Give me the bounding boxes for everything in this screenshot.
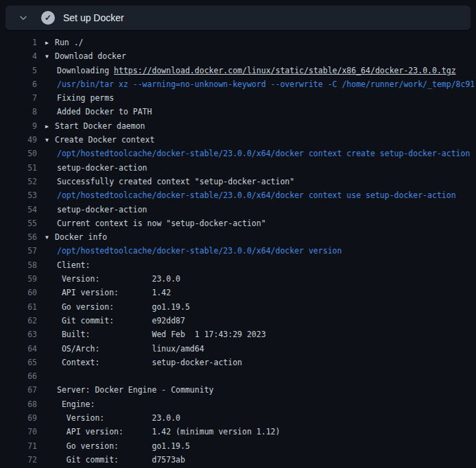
download-link[interactable]: https://download.docker.com/linux/static… bbox=[114, 66, 456, 75]
group-title: Docker info bbox=[55, 232, 107, 242]
log-line: 58Client: bbox=[0, 258, 476, 272]
log-line: 71 Go version: go1.19.5 bbox=[0, 439, 476, 453]
line-number[interactable]: 69 bbox=[0, 411, 37, 425]
log-line: 62 Git commit: e92dd87 bbox=[0, 314, 476, 328]
log-output: 1▶Run ./4▼Download docker5Downloading ht… bbox=[0, 30, 476, 467]
log-line[interactable]: 1▶Run ./ bbox=[0, 36, 476, 49]
log-line: 64 OS/Arch: linux/amd64 bbox=[0, 342, 476, 356]
line-number[interactable]: 57 bbox=[0, 244, 37, 258]
line-number[interactable]: 64 bbox=[0, 342, 37, 356]
line-number[interactable]: 70 bbox=[0, 425, 37, 439]
log-text: API version: 1.42 bbox=[37, 286, 171, 299]
line-number[interactable]: 52 bbox=[0, 175, 37, 188]
line-number[interactable]: 50 bbox=[0, 147, 37, 160]
log-text: Git commit: e92dd87 bbox=[37, 314, 185, 328]
line-number[interactable]: 9 bbox=[0, 119, 37, 133]
log-line: 67Server: Docker Engine - Community bbox=[0, 383, 476, 397]
command-text: /opt/hostedtoolcache/docker-stable/23.0.… bbox=[37, 147, 470, 160]
check-circle-icon: ✓ bbox=[41, 11, 55, 25]
line-number[interactable]: 71 bbox=[0, 439, 37, 453]
log-line: 52Successfully created context "setup-do… bbox=[0, 175, 476, 188]
log-text: Version: 23.0.0 bbox=[37, 411, 180, 425]
command-text: /usr/bin/tar xz --warning=no-unknown-key… bbox=[37, 77, 475, 91]
log-line: 61 Go version: go1.19.5 bbox=[0, 300, 476, 314]
line-number[interactable]: 4 bbox=[0, 49, 37, 63]
log-group-header[interactable]: ▼Download docker bbox=[37, 49, 126, 63]
line-number[interactable]: 66 bbox=[0, 369, 37, 383]
command-text: /opt/hostedtoolcache/docker-stable/23.0.… bbox=[37, 188, 456, 202]
log-line: 70 API version: 1.42 (minimum version 1.… bbox=[0, 425, 476, 439]
line-number[interactable]: 53 bbox=[0, 188, 37, 202]
log-text: Client: bbox=[37, 258, 90, 272]
log-text: Go version: go1.19.5 bbox=[37, 300, 190, 314]
log-group-header[interactable]: ▼Docker info bbox=[37, 230, 107, 244]
log-line: 8Added Docker to PATH bbox=[0, 105, 476, 119]
log-text: Git commit: d7573ab bbox=[37, 453, 185, 467]
group-title: Start Docker daemon bbox=[55, 121, 145, 131]
line-number[interactable]: 61 bbox=[0, 300, 37, 314]
log-line: 72 Git commit: d7573ab bbox=[0, 453, 476, 467]
line-number[interactable]: 1 bbox=[0, 36, 37, 49]
line-number[interactable]: 59 bbox=[0, 272, 37, 286]
line-number[interactable]: 62 bbox=[0, 314, 37, 328]
line-number[interactable]: 67 bbox=[0, 383, 37, 397]
command-text: /opt/hostedtoolcache/docker-stable/23.0.… bbox=[37, 244, 342, 258]
log-group-header[interactable]: ▶Start Docker daemon bbox=[37, 119, 145, 133]
log-text: Go version: go1.19.5 bbox=[37, 439, 190, 453]
triangle-down-icon: ▼ bbox=[45, 134, 55, 147]
line-number[interactable]: 51 bbox=[0, 161, 37, 175]
log-text: Engine: bbox=[37, 397, 95, 411]
log-line: 54setup-docker-action bbox=[0, 203, 476, 217]
group-title: Create Docker context bbox=[55, 135, 154, 145]
group-title: Run ./ bbox=[55, 38, 84, 47]
line-number[interactable]: 58 bbox=[0, 258, 37, 272]
log-text: Successfully created context "setup-dock… bbox=[37, 175, 294, 188]
line-number[interactable]: 55 bbox=[0, 217, 37, 230]
log-line: 50/opt/hostedtoolcache/docker-stable/23.… bbox=[0, 147, 476, 160]
log-group-header[interactable]: ▶Run ./ bbox=[37, 36, 84, 49]
log-line: 69 Version: 23.0.0 bbox=[0, 411, 476, 425]
log-line: 66 bbox=[0, 369, 476, 383]
line-number[interactable]: 7 bbox=[0, 91, 37, 105]
log-line: 55Current context is now "setup-docker-a… bbox=[0, 217, 476, 230]
step-header[interactable]: ✓ Set up Docker bbox=[5, 5, 471, 30]
actions-log-panel: ✓ Set up Docker 1▶Run ./4▼Download docke… bbox=[0, 0, 476, 468]
triangle-right-icon: ▶ bbox=[45, 120, 55, 133]
line-number[interactable]: 54 bbox=[0, 203, 37, 217]
line-number[interactable]: 65 bbox=[0, 356, 37, 369]
line-number[interactable]: 72 bbox=[0, 453, 37, 467]
line-number[interactable]: 8 bbox=[0, 105, 37, 119]
log-text: Added Docker to PATH bbox=[37, 105, 152, 119]
log-line[interactable]: 56▼Docker info bbox=[0, 230, 476, 244]
log-text: Downloading https://download.docker.com/… bbox=[37, 64, 456, 77]
line-number[interactable]: 56 bbox=[0, 230, 37, 244]
log-line: 63 Built: Wed Feb 1 17:43:29 2023 bbox=[0, 328, 476, 341]
log-text: Server: Docker Engine - Community bbox=[37, 383, 213, 397]
log-text: Fixing perms bbox=[37, 91, 114, 105]
log-line: 60 API version: 1.42 bbox=[0, 286, 476, 299]
line-number[interactable]: 6 bbox=[0, 77, 37, 91]
log-text bbox=[37, 369, 57, 383]
log-text: Current context is now "setup-docker-act… bbox=[37, 217, 266, 230]
line-number[interactable]: 63 bbox=[0, 328, 37, 341]
log-line[interactable]: 49▼Create Docker context bbox=[0, 133, 476, 147]
log-group-header[interactable]: ▼Create Docker context bbox=[37, 133, 154, 147]
step-title: Set up Docker bbox=[63, 12, 124, 23]
log-text: setup-docker-action bbox=[37, 203, 147, 217]
log-line: 65 Context: setup-docker-action bbox=[0, 356, 476, 369]
log-line[interactable]: 4▼Download docker bbox=[0, 49, 476, 63]
line-number[interactable]: 5 bbox=[0, 64, 37, 77]
log-text: API version: 1.42 (minimum version 1.12) bbox=[37, 425, 280, 439]
log-line: 57/opt/hostedtoolcache/docker-stable/23.… bbox=[0, 244, 476, 258]
group-title: Download docker bbox=[55, 51, 126, 61]
triangle-right-icon: ▶ bbox=[45, 36, 55, 49]
log-line: 6/usr/bin/tar xz --warning=no-unknown-ke… bbox=[0, 77, 476, 91]
chevron-down-icon[interactable] bbox=[18, 12, 29, 23]
line-number[interactable]: 60 bbox=[0, 286, 37, 299]
log-line: 7Fixing perms bbox=[0, 91, 476, 105]
triangle-down-icon: ▼ bbox=[45, 231, 55, 244]
log-text: setup-docker-action bbox=[37, 161, 147, 175]
line-number[interactable]: 68 bbox=[0, 397, 37, 411]
log-line[interactable]: 9▶Start Docker daemon bbox=[0, 119, 476, 133]
line-number[interactable]: 49 bbox=[0, 133, 37, 147]
